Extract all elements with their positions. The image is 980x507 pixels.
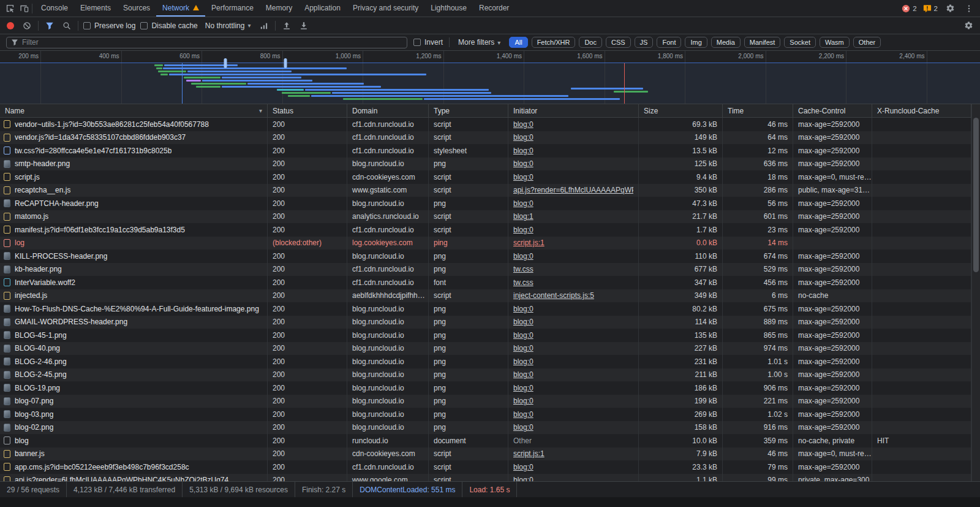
clear-network-log-button[interactable] [21,20,33,32]
network-request-row[interactable]: app.cms.js?id=bc05212eeeb9f3eb498c7b96f3… [0,460,971,474]
initiator-link[interactable]: blog:0 [513,120,533,129]
column-header[interactable]: X-Runcloud-Cache [872,104,971,117]
invert-checkbox[interactable]: Invert [413,38,443,47]
network-request-row[interactable]: api.js?render=6LfhMclUAAAAAPqWPbHNC4K5uN… [0,474,971,482]
initiator-link[interactable]: blog:0 [513,397,533,405]
initiator-link[interactable]: blog:0 [513,463,533,471]
initiator-link[interactable]: blog:0 [513,370,533,379]
column-header[interactable]: Status [268,104,347,117]
filter-input-box[interactable] [6,37,407,48]
network-overview[interactable]: 200 ms 400 ms 600 ms 800 ms 1,000 ms 1,2… [0,51,980,104]
vertical-scrollbar[interactable] [971,104,980,481]
devtools-tab[interactable]: Network [156,0,205,17]
network-request-row[interactable]: script.js 200 cdn-cookieyes.com script b… [0,170,971,184]
initiator-link[interactable]: blog:0 [513,159,533,168]
resource-type-filter[interactable]: Manifest [744,37,781,48]
network-request-row[interactable]: BLOG-19.png 200 blog.runcloud.io png blo… [0,381,971,395]
network-request-row[interactable]: log (blocked:other) log.cookieyes.com pi… [0,237,971,250]
initiator-link[interactable]: blog:0 [513,252,533,261]
window-handle-left[interactable] [224,58,227,68]
initiator-link[interactable]: tw.css [513,278,533,287]
network-request-row[interactable]: vendor~utils-1.js?id=30b553ae86281c25feb… [0,118,971,131]
initiator-link[interactable]: blog:0 [513,147,533,155]
initiator-link[interactable]: blog:0 [513,133,533,142]
resource-type-filter[interactable]: Other [853,37,881,48]
resource-type-filter[interactable]: Socket [784,37,816,48]
network-request-row[interactable]: kb-header.png 200 cf1.cdn.runcloud.io pn… [0,263,971,276]
network-request-row[interactable]: ReCAPTCHA-header.png 200 blog.runcloud.i… [0,197,971,210]
initiator-link[interactable]: blog:0 [513,423,533,432]
filter-input[interactable] [22,38,402,47]
column-header[interactable]: Initiator [508,104,639,117]
initiator-link[interactable]: blog:0 [513,357,533,366]
resource-type-filter[interactable]: Wasm [820,37,850,48]
resource-type-filter[interactable]: Fetch/XHR [532,37,576,48]
initiator-link[interactable]: script.js:1 [513,238,545,247]
kebab-menu-icon[interactable] [963,2,975,15]
initiator-link[interactable]: blog:0 [513,318,533,326]
network-request-row[interactable]: tw.css?id=280ffcca4e5e1e47cf161731b9c802… [0,144,971,158]
more-filters-dropdown[interactable]: More filters [456,37,503,48]
network-request-row[interactable]: recaptcha__en.js 200 www.gstatic.com scr… [0,184,971,197]
initiator-link[interactable]: blog:0 [513,199,533,208]
disable-cache-checkbox[interactable]: Disable cache [140,21,197,30]
devtools-tab[interactable]: Recorder [473,0,515,17]
initiator-link[interactable]: inject-content-scripts.js:5 [513,291,594,300]
network-request-row[interactable]: manifest.js?id=f06df1eb3fcc19a1cc39d5ab9… [0,223,971,237]
import-har-icon[interactable] [281,20,293,32]
resource-type-filter[interactable]: All [509,37,527,48]
settings-gear-icon[interactable] [944,2,957,15]
console-errors-badge[interactable]: 2 [902,4,916,13]
network-request-row[interactable]: blog 200 runcloud.io document Other 10.0… [0,434,971,448]
column-header[interactable]: Type [429,104,508,117]
network-request-row[interactable]: BLOG-40.png 200 blog.runcloud.io png blo… [0,342,971,356]
devtools-tab[interactable]: Console [35,0,74,17]
scrollbar-thumb[interactable] [973,118,979,272]
initiator-link[interactable]: api.js?render=6LfhMclUAAAAAPqWPbH [513,186,633,194]
devtools-tab[interactable]: Lighthouse [424,0,473,17]
network-request-row[interactable]: InterVariable.woff2 200 cf1.cdn.runcloud… [0,276,971,289]
network-request-row[interactable]: injected.js 200 aeblfdkhhhdcdjpifhh… scr… [0,289,971,303]
network-request-row[interactable]: GMAIL-WORDPRESS-header.png 200 blog.runc… [0,316,971,329]
column-header[interactable]: Name [0,104,268,117]
throttling-select[interactable]: No throttling [203,20,254,31]
column-header[interactable]: Domain [347,104,429,117]
initiator-link[interactable]: script.js:1 [513,449,545,458]
record-network-log-button[interactable] [5,20,16,31]
initiator-link[interactable]: blog:0 [513,305,533,313]
devtools-tab[interactable]: Performance [205,0,260,17]
devtools-tab[interactable]: Application [298,0,347,17]
initiator-link[interactable]: blog:0 [513,331,533,340]
initiator-link[interactable]: blog:0 [513,173,533,181]
window-handle-right[interactable] [284,58,287,68]
initiator-link[interactable]: blog:0 [513,344,533,353]
devtools-tab[interactable]: Elements [74,0,117,17]
column-header[interactable]: Cache-Control [793,104,872,117]
filter-toggle-icon[interactable] [43,20,56,32]
devtools-tab[interactable]: Sources [117,0,156,17]
devtools-tab[interactable]: Memory [260,0,298,17]
network-request-row[interactable]: vendor.js?id=1da347c58335107cbbd86fddeb9… [0,131,971,145]
network-request-row[interactable]: BLOG-2-45.png 200 blog.runcloud.io png b… [0,368,971,382]
network-request-row[interactable]: banner.js 200 cdn-cookieyes.com script s… [0,448,971,461]
resource-type-filter[interactable]: Doc [579,37,602,48]
network-request-row[interactable]: blog-02.png 200 blog.runcloud.io png blo… [0,421,971,435]
network-request-row[interactable]: BLOG-45-1.png 200 blog.runcloud.io png b… [0,329,971,342]
column-header[interactable]: Size [639,104,723,117]
inspect-element-icon[interactable] [4,2,17,15]
preserve-log-checkbox[interactable]: Preserve log [83,21,135,30]
search-icon[interactable] [61,20,73,32]
export-har-icon[interactable] [298,20,310,32]
initiator-link[interactable]: blog:0 [513,226,533,234]
resource-type-filter[interactable]: Media [711,37,741,48]
initiator-link[interactable]: blog:1 [513,212,533,221]
network-conditions-icon[interactable] [258,20,270,32]
initiator-link[interactable]: blog:0 [513,410,533,419]
resource-type-filter[interactable]: Font [657,37,681,48]
column-header[interactable]: Time [723,104,793,117]
network-settings-gear-icon[interactable] [962,19,975,32]
network-request-row[interactable]: matomo.js 200 analytics.runcloud.io scri… [0,210,971,224]
resource-type-filter[interactable]: CSS [606,37,631,48]
initiator-link[interactable]: blog:0 [513,476,533,481]
network-request-row[interactable]: How-To-Flush-DNS-Cache-%E2%80%94-A-Full-… [0,302,971,316]
